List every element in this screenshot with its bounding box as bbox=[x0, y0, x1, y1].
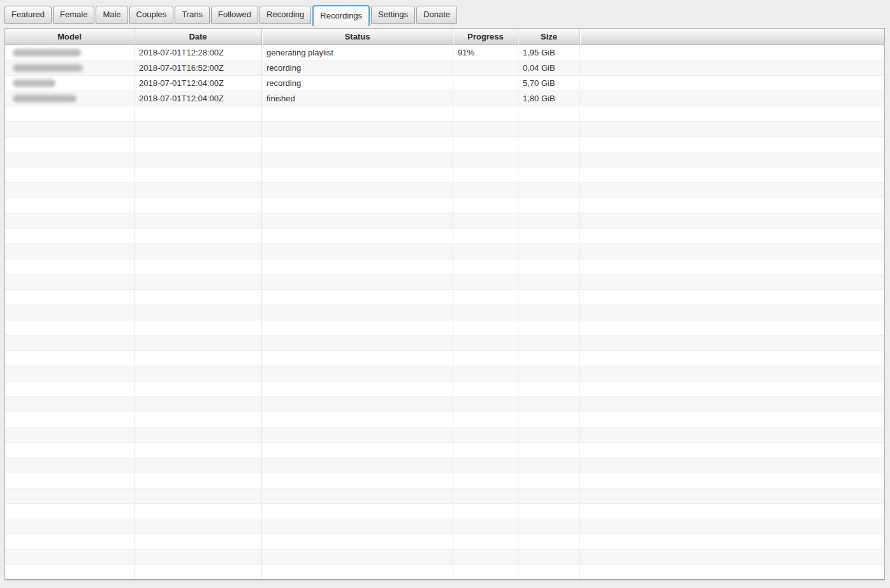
censored-model-name bbox=[13, 79, 55, 87]
cell-model bbox=[5, 412, 135, 427]
cell-size bbox=[518, 305, 580, 320]
cell-model bbox=[5, 382, 135, 397]
table-row[interactable]: 2018-07-01T12:04:00Zfinished1,80 GiB bbox=[5, 91, 884, 106]
cell-progress bbox=[453, 427, 518, 443]
cell-filler bbox=[580, 45, 884, 61]
empty-table-row bbox=[5, 275, 884, 290]
empty-table-row bbox=[5, 244, 884, 259]
empty-table-row bbox=[5, 458, 884, 473]
cell-date bbox=[135, 183, 262, 198]
cell-status bbox=[262, 351, 453, 366]
cell-date bbox=[135, 168, 262, 183]
cell-model bbox=[5, 213, 135, 229]
tab-male[interactable]: Male bbox=[96, 6, 128, 24]
cell-filler bbox=[580, 183, 884, 198]
cell-status bbox=[262, 275, 453, 290]
cell-size bbox=[518, 427, 580, 443]
cell-model bbox=[5, 61, 135, 76]
cell-size bbox=[518, 397, 580, 412]
empty-table-row bbox=[5, 259, 884, 275]
empty-table-row bbox=[5, 305, 884, 320]
cell-date: 2018-07-01T16:52:00Z bbox=[135, 61, 262, 76]
empty-table-row bbox=[5, 290, 884, 305]
empty-table-row bbox=[5, 122, 884, 137]
cell-status bbox=[262, 504, 453, 519]
cell-progress bbox=[453, 412, 518, 427]
cell-progress bbox=[453, 229, 518, 244]
cell-filler bbox=[580, 259, 884, 275]
table-header-row: ModelDateStatusProgressSize bbox=[5, 29, 884, 45]
cell-model bbox=[5, 229, 135, 244]
cell-progress bbox=[453, 534, 518, 550]
cell-status: recording bbox=[262, 61, 453, 76]
tab-trans[interactable]: Trans bbox=[175, 6, 210, 24]
cell-progress bbox=[453, 366, 518, 382]
cell-size bbox=[518, 382, 580, 397]
censored-model-name bbox=[13, 94, 77, 103]
cell-status bbox=[262, 305, 453, 320]
table-row[interactable]: 2018-07-01T12:04:00Zrecording5,70 GiB bbox=[5, 76, 884, 91]
cell-status: finished bbox=[262, 91, 453, 106]
cell-filler bbox=[580, 320, 884, 336]
cell-status bbox=[262, 259, 453, 275]
empty-table-row bbox=[5, 336, 884, 351]
cell-filler bbox=[580, 550, 884, 565]
tab-couples[interactable]: Couples bbox=[129, 6, 174, 24]
cell-size bbox=[518, 550, 580, 565]
cell-size bbox=[518, 412, 580, 427]
empty-table-row bbox=[5, 106, 884, 122]
cell-model bbox=[5, 550, 135, 565]
column-header-model[interactable]: Model bbox=[5, 29, 135, 45]
empty-table-row bbox=[5, 565, 884, 580]
cell-progress bbox=[453, 259, 518, 275]
cell-filler bbox=[580, 336, 884, 351]
empty-table-row bbox=[5, 351, 884, 366]
column-header-date[interactable]: Date bbox=[135, 29, 262, 45]
cell-filler bbox=[580, 275, 884, 290]
cell-date bbox=[135, 504, 262, 519]
cell-status bbox=[262, 106, 453, 122]
cell-filler bbox=[580, 382, 884, 397]
cell-model bbox=[5, 290, 135, 305]
cell-size: 1,80 GiB bbox=[518, 91, 580, 106]
tab-followed[interactable]: Followed bbox=[211, 6, 258, 24]
cell-date bbox=[135, 259, 262, 275]
cell-model bbox=[5, 397, 135, 412]
cell-progress bbox=[453, 244, 518, 259]
cell-size bbox=[518, 275, 580, 290]
table-row[interactable]: 2018-07-01T12:28:00Zgenerating playlist9… bbox=[5, 45, 884, 61]
cell-filler bbox=[580, 397, 884, 412]
cell-date bbox=[135, 152, 262, 168]
tab-featured[interactable]: Featured bbox=[4, 6, 52, 24]
cell-date bbox=[135, 550, 262, 565]
empty-table-row bbox=[5, 198, 884, 213]
cell-progress bbox=[453, 397, 518, 412]
tab-recording[interactable]: Recording bbox=[259, 6, 311, 24]
cell-date: 2018-07-01T12:04:00Z bbox=[135, 76, 262, 91]
cell-date bbox=[135, 565, 262, 580]
column-header-status[interactable]: Status bbox=[262, 29, 453, 45]
cell-date bbox=[135, 336, 262, 351]
cell-model bbox=[5, 458, 135, 473]
cell-filler bbox=[580, 229, 884, 244]
cell-model bbox=[5, 320, 135, 336]
cell-status bbox=[262, 320, 453, 336]
cell-filler bbox=[580, 244, 884, 259]
tab-donate[interactable]: Donate bbox=[416, 6, 457, 24]
tab-settings[interactable]: Settings bbox=[371, 6, 415, 24]
cell-progress bbox=[453, 122, 518, 137]
tab-female[interactable]: Female bbox=[53, 6, 94, 24]
column-header-size[interactable]: Size bbox=[518, 29, 580, 45]
empty-table-row bbox=[5, 183, 884, 198]
tab-recordings[interactable]: Recordings bbox=[312, 5, 370, 26]
cell-status bbox=[262, 489, 453, 504]
cell-progress bbox=[453, 168, 518, 183]
cell-status bbox=[262, 229, 453, 244]
cell-date bbox=[135, 458, 262, 473]
cell-filler bbox=[580, 351, 884, 366]
column-header-progress[interactable]: Progress bbox=[453, 29, 518, 45]
cell-date bbox=[135, 489, 262, 504]
cell-date bbox=[135, 229, 262, 244]
cell-size bbox=[518, 320, 580, 336]
table-row[interactable]: 2018-07-01T16:52:00Zrecording0,04 GiB bbox=[5, 61, 884, 76]
